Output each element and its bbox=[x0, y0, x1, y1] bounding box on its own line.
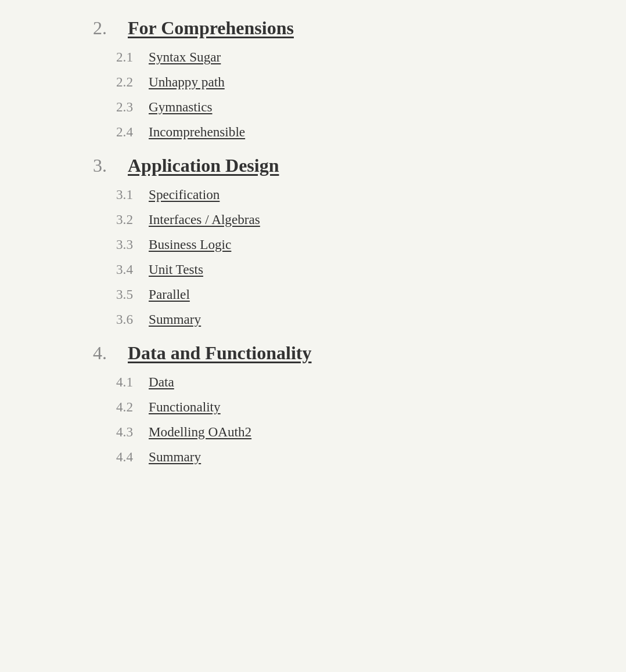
toc-list: 2.For Comprehensions2.1Syntax Sugar2.2Un… bbox=[93, 12, 533, 468]
sub-label-s3-5: Parallel bbox=[149, 287, 190, 302]
sub-link-s4-4[interactable]: 4.4Summary bbox=[116, 445, 533, 468]
sub-label-s4-4: Summary bbox=[149, 449, 201, 465]
sub-num-s3-2: 3.2 bbox=[116, 212, 149, 227]
chapter-link-ch3[interactable]: 3.Application Design bbox=[93, 149, 533, 180]
sub-label-s3-4: Unit Tests bbox=[149, 262, 203, 277]
sub-link-s2-1[interactable]: 2.1Syntax Sugar bbox=[116, 45, 533, 68]
sub-link-s2-2[interactable]: 2.2Unhappy path bbox=[116, 70, 533, 93]
sub-item-s4-4: 4.4Summary bbox=[116, 445, 533, 468]
sub-label-s4-2: Functionality bbox=[149, 399, 221, 415]
sub-item-s3-5: 3.5Parallel bbox=[116, 282, 533, 306]
sub-label-s3-1: Specification bbox=[149, 187, 220, 203]
sub-link-s4-2[interactable]: 4.2Functionality bbox=[116, 395, 533, 418]
sub-num-s4-3: 4.3 bbox=[116, 424, 149, 440]
sub-label-s2-3: Gymnastics bbox=[149, 99, 212, 115]
sub-label-s2-1: Syntax Sugar bbox=[149, 49, 221, 65]
sub-item-s2-1: 2.1Syntax Sugar bbox=[116, 45, 533, 68]
sub-label-s2-4: Incomprehensible bbox=[149, 124, 245, 140]
sub-num-s2-3: 2.3 bbox=[116, 99, 149, 115]
sub-list-ch2: 2.1Syntax Sugar2.2Unhappy path2.3Gymnast… bbox=[93, 45, 533, 143]
sub-link-s3-1[interactable]: 3.1Specification bbox=[116, 182, 533, 206]
chapter-label-ch3: Application Design bbox=[128, 155, 279, 176]
sub-num-s3-6: 3.6 bbox=[116, 312, 149, 327]
sub-item-s3-6: 3.6Summary bbox=[116, 307, 533, 331]
sub-num-s3-3: 3.3 bbox=[116, 237, 149, 252]
chapter-num-ch4: 4. bbox=[93, 342, 128, 364]
sub-list-ch3: 3.1Specification3.2Interfaces / Algebras… bbox=[93, 182, 533, 331]
chapter-label-ch4: Data and Functionality bbox=[128, 342, 311, 364]
sub-link-s3-5[interactable]: 3.5Parallel bbox=[116, 282, 533, 306]
sub-item-s3-4: 3.4Unit Tests bbox=[116, 257, 533, 281]
sub-link-s2-4[interactable]: 2.4Incomprehensible bbox=[116, 120, 533, 143]
sub-link-s4-1[interactable]: 4.1Data bbox=[116, 370, 533, 393]
sub-link-s3-6[interactable]: 3.6Summary bbox=[116, 307, 533, 331]
sub-label-s3-2: Interfaces / Algebras bbox=[149, 212, 260, 227]
sub-label-s4-1: Data bbox=[149, 374, 174, 390]
sub-item-s3-3: 3.3Business Logic bbox=[116, 232, 533, 256]
sub-item-s3-2: 3.2Interfaces / Algebras bbox=[116, 207, 533, 231]
chapter-item-ch2: 2.For Comprehensions2.1Syntax Sugar2.2Un… bbox=[93, 12, 533, 143]
sub-num-s2-2: 2.2 bbox=[116, 74, 149, 90]
chapter-link-ch2[interactable]: 2.For Comprehensions bbox=[93, 12, 533, 42]
sub-item-s2-4: 2.4Incomprehensible bbox=[116, 120, 533, 143]
sub-num-s2-4: 2.4 bbox=[116, 124, 149, 140]
sub-num-s3-4: 3.4 bbox=[116, 262, 149, 277]
chapter-label-ch2: For Comprehensions bbox=[128, 17, 294, 39]
chapter-num-ch2: 2. bbox=[93, 17, 128, 39]
sub-link-s3-3[interactable]: 3.3Business Logic bbox=[116, 232, 533, 256]
sub-item-s3-1: 3.1Specification bbox=[116, 182, 533, 206]
sub-num-s4-2: 4.2 bbox=[116, 399, 149, 415]
chapter-item-ch3: 3.Application Design3.1Specification3.2I… bbox=[93, 149, 533, 331]
page-container: 2.For Comprehensions2.1Syntax Sugar2.2Un… bbox=[0, 0, 626, 497]
sub-item-s4-2: 4.2Functionality bbox=[116, 395, 533, 418]
sub-link-s3-2[interactable]: 3.2Interfaces / Algebras bbox=[116, 207, 533, 231]
sub-num-s3-5: 3.5 bbox=[116, 287, 149, 302]
chapter-item-ch4: 4.Data and Functionality4.1Data4.2Functi… bbox=[93, 337, 533, 468]
sub-link-s4-3[interactable]: 4.3Modelling OAuth2 bbox=[116, 420, 533, 443]
sub-num-s2-1: 2.1 bbox=[116, 49, 149, 65]
sub-label-s2-2: Unhappy path bbox=[149, 74, 225, 90]
sub-link-s2-3[interactable]: 2.3Gymnastics bbox=[116, 95, 533, 118]
sub-item-s4-3: 4.3Modelling OAuth2 bbox=[116, 420, 533, 443]
sub-label-s3-3: Business Logic bbox=[149, 237, 231, 252]
chapter-num-ch3: 3. bbox=[93, 155, 128, 176]
sub-item-s4-1: 4.1Data bbox=[116, 370, 533, 393]
sub-label-s4-3: Modelling OAuth2 bbox=[149, 424, 251, 440]
sub-num-s4-1: 4.1 bbox=[116, 374, 149, 390]
chapter-link-ch4[interactable]: 4.Data and Functionality bbox=[93, 337, 533, 367]
sub-label-s3-6: Summary bbox=[149, 312, 201, 327]
sub-num-s3-1: 3.1 bbox=[116, 187, 149, 203]
sub-list-ch4: 4.1Data4.2Functionality4.3Modelling OAut… bbox=[93, 370, 533, 468]
sub-num-s4-4: 4.4 bbox=[116, 449, 149, 465]
sub-item-s2-2: 2.2Unhappy path bbox=[116, 70, 533, 93]
sub-link-s3-4[interactable]: 3.4Unit Tests bbox=[116, 257, 533, 281]
sub-item-s2-3: 2.3Gymnastics bbox=[116, 95, 533, 118]
